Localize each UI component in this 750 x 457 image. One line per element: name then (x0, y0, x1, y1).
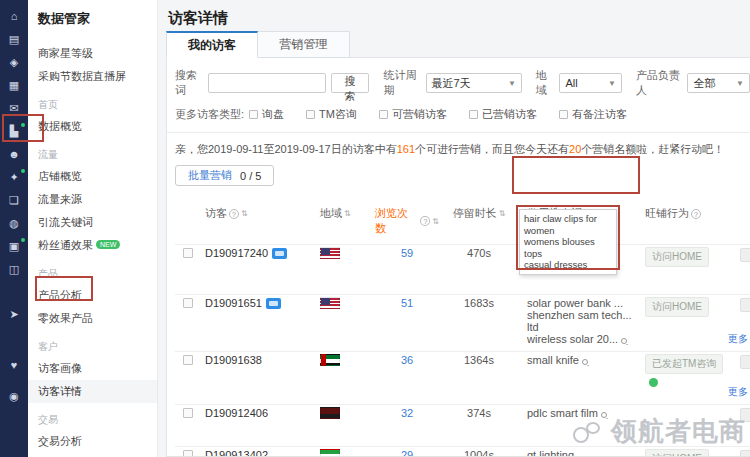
help-icon[interactable]: ? (420, 216, 430, 226)
batch-marketing-button[interactable]: 批量营销 0 / 5 (175, 165, 274, 186)
batch-count: 0 / 5 (240, 170, 261, 182)
briefcase-icon[interactable]: ▣ (6, 238, 22, 254)
tab-marketing-management[interactable]: 营销管理 (258, 31, 350, 58)
grid-icon[interactable]: ▦ (6, 77, 22, 93)
owner-select[interactable]: 全部▼ (687, 73, 750, 93)
people-icon[interactable]: ☻ (6, 146, 22, 162)
row-action-button[interactable] (740, 450, 750, 457)
keyword-line: gt lighting (527, 449, 639, 457)
notice-text: 个营销名额啦，赶紧行动吧！ (581, 143, 724, 155)
sidebar-item-data-overview[interactable]: 数据概览 (28, 115, 157, 138)
row-checkbox[interactable] (183, 355, 193, 365)
sort-icon[interactable]: ⇅ (432, 217, 439, 226)
sort-icon[interactable]: ⇅ (499, 209, 506, 218)
sidebar-item-keywords[interactable]: 引流关键词 (28, 211, 157, 234)
sidebar-item-product-analysis[interactable]: 产品分析 (28, 284, 157, 307)
visitor-id[interactable]: D19091651 (205, 297, 262, 309)
row-checkbox[interactable] (183, 248, 193, 258)
search-keyword-icon[interactable] (582, 359, 588, 365)
more-link[interactable]: 更多 (728, 332, 748, 346)
tab-my-visitors[interactable]: 我的访客 (166, 31, 258, 58)
sidebar-item-visitor-profile[interactable]: 访客画像 (28, 357, 157, 380)
region-select[interactable]: All▼ (559, 73, 622, 93)
checkbox-label: 询盘 (262, 107, 284, 122)
share-icon[interactable]: ✦ (6, 169, 22, 185)
sidebar-item-fans-effect[interactable]: 粉丝通效果NEW (28, 234, 157, 257)
behavior-badge[interactable]: 访问HOME (645, 449, 709, 457)
checkbox-label: 已营销访客 (482, 107, 537, 122)
row-action-button[interactable] (740, 408, 750, 422)
checkbox-noted[interactable]: 有备注访客 (559, 107, 627, 122)
plane-icon[interactable]: ➤ (6, 306, 22, 322)
keyword-line: wireless solar 20... (527, 333, 618, 345)
views-count[interactable]: 51 (375, 295, 439, 309)
views-count[interactable]: 32 (375, 405, 439, 419)
visitor-tag-badge (266, 298, 281, 309)
more-link[interactable]: 更多 (728, 385, 748, 399)
search-keyword-icon[interactable] (601, 412, 607, 418)
visitor-id[interactable]: D19091638 (205, 354, 262, 366)
new-badge: NEW (96, 240, 120, 249)
period-select[interactable]: 最近7天▼ (426, 73, 522, 93)
views-count[interactable]: 36 (375, 352, 439, 366)
sidebar-item-merchant-star[interactable]: 商家星等级 (28, 42, 157, 65)
sort-icon[interactable]: ⇅ (344, 209, 351, 218)
chart-icon[interactable]: ▙ (6, 123, 22, 139)
col-visitor: 访客 (205, 206, 227, 221)
share-glyph: ✦ (9, 171, 18, 183)
visitor-id[interactable]: D190912406 (205, 407, 268, 419)
search-button[interactable]: 搜索 (331, 73, 370, 93)
owner-value: 全部 (693, 76, 715, 91)
views-count[interactable]: 59 (375, 245, 439, 259)
checkbox-label: 有备注访客 (572, 107, 627, 122)
sidebar-item-visitor-details[interactable]: 访客详情 (28, 380, 157, 403)
checkbox-marketed[interactable]: 已营销访客 (469, 107, 537, 122)
camera-icon[interactable]: ◉ (6, 388, 22, 404)
checkbox-label: 可营销访客 (392, 107, 447, 122)
book-icon[interactable]: ❏ (6, 192, 22, 208)
search-input[interactable] (208, 73, 326, 93)
behavior-badge[interactable]: 已发起TM咨询 (645, 354, 723, 374)
row-checkbox[interactable] (183, 408, 193, 418)
filter-row-2: 更多访客类型: 询盘 TM咨询 可营销访客 已营销访客 有备注访客 (175, 107, 750, 122)
behavior-badge[interactable]: 访问HOME (645, 247, 709, 267)
sidebar-item-trade-analysis[interactable]: 交易分析 (28, 430, 157, 453)
col-behavior: 旺铺行为 (645, 206, 689, 221)
visitor-id[interactable]: D190913402 (205, 449, 268, 457)
globe-icon[interactable]: ◍ (6, 215, 22, 231)
sidebar-item-traffic-source[interactable]: 流量来源 (28, 188, 157, 211)
behavior-badge[interactable]: 访问HOME (645, 297, 709, 317)
visitor-id[interactable]: D190917240 (205, 247, 268, 259)
heart-icon[interactable]: ♥ (6, 357, 22, 373)
store-icon[interactable]: ▤ (6, 31, 22, 47)
sidebar-section-traffic: 流量 (28, 138, 157, 165)
row-action-button[interactable] (740, 355, 750, 369)
sidebar-item-zero-effect[interactable]: 零效果产品 (28, 307, 157, 330)
checkbox-icon (306, 110, 315, 119)
message-icon[interactable]: ✉ (6, 100, 22, 116)
region-value: All (565, 77, 577, 89)
sort-icon[interactable]: ⇅ (241, 209, 248, 218)
help-icon[interactable]: ? (229, 209, 239, 219)
row-checkbox[interactable] (183, 298, 193, 308)
row-action-button[interactable] (740, 248, 750, 262)
checkbox-marketable[interactable]: 可营销访客 (379, 107, 447, 122)
briefcase-glyph: ▣ (9, 240, 19, 252)
shield-icon[interactable]: ◈ (6, 54, 22, 70)
bank-icon[interactable]: ◫ (6, 261, 22, 277)
row-checkbox[interactable] (183, 450, 193, 457)
sidebar-item-label: 粉丝通效果 (38, 239, 93, 251)
sidebar-item-procurement-screen[interactable]: 采购节数据直播屏 (28, 65, 157, 88)
checkbox-inquiry[interactable]: 询盘 (249, 107, 284, 122)
sidebar: 数据管家 商家星等级 采购节数据直播屏 首页 数据概览 流量 店铺概览 流量来源… (28, 0, 158, 457)
sidebar-item-shop-overview[interactable]: 店铺概览 (28, 165, 157, 188)
home-icon[interactable]: ⌂ (6, 8, 22, 24)
notice-text: 个可进行营销，而且您今天还有 (415, 143, 569, 155)
flag-uae-icon (320, 354, 340, 366)
checkbox-icon (559, 110, 568, 119)
help-icon[interactable]: ? (691, 209, 701, 219)
views-count[interactable]: 29 (375, 447, 439, 457)
row-action-button[interactable] (740, 298, 750, 312)
search-keyword-icon[interactable] (621, 338, 627, 344)
checkbox-tm-consult[interactable]: TM咨询 (306, 107, 357, 122)
